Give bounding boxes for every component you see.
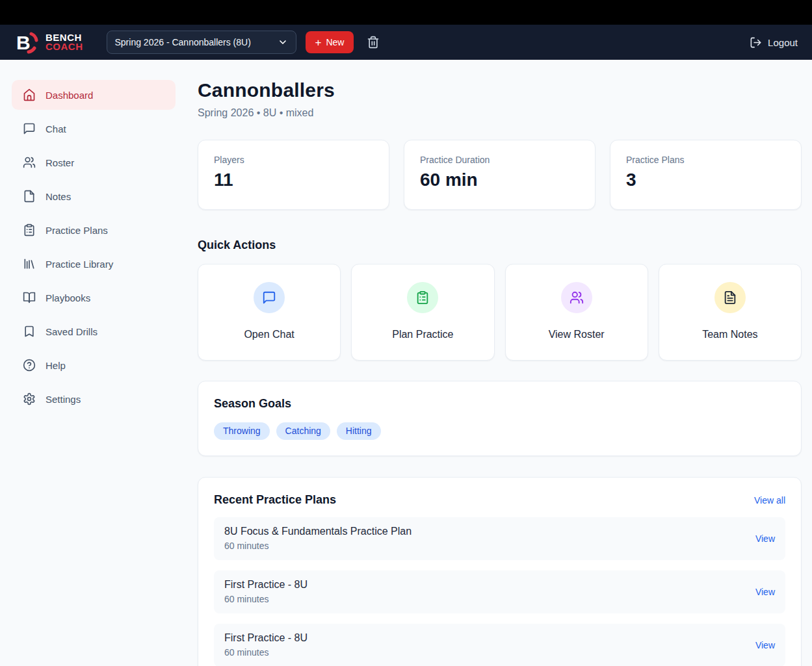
stat-card-players: Players 11 bbox=[198, 140, 389, 210]
quick-action-label: View Roster bbox=[506, 329, 648, 340]
stats-row: Players 11 Practice Duration 60 min Prac… bbox=[198, 140, 802, 210]
help-circle-icon bbox=[23, 359, 36, 372]
sidebar-item-label: Settings bbox=[46, 394, 81, 405]
clipboard-list-icon bbox=[23, 224, 36, 237]
clipboard-list-icon bbox=[407, 282, 438, 313]
quick-action-label: Team Notes bbox=[659, 329, 801, 340]
quick-action-open-chat[interactable]: Open Chat bbox=[198, 264, 341, 361]
page-title: Cannonballers bbox=[198, 79, 802, 101]
page-subtitle: Spring 2026 • 8U • mixed bbox=[198, 107, 802, 119]
sidebar-item-chat[interactable]: Chat bbox=[12, 114, 176, 144]
quick-action-label: Plan Practice bbox=[352, 329, 493, 340]
sidebar-item-practice-library[interactable]: Practice Library bbox=[12, 249, 176, 279]
sidebar-item-settings[interactable]: Settings bbox=[12, 384, 176, 414]
benchcoach-logo-icon: B bbox=[14, 31, 40, 54]
users-icon bbox=[561, 282, 592, 313]
sidebar-item-help[interactable]: Help bbox=[12, 350, 176, 380]
quick-action-label: Open Chat bbox=[198, 329, 340, 340]
plan-title: First Practice - 8U bbox=[224, 632, 308, 644]
stat-card-practice-duration: Practice Duration 60 min bbox=[404, 140, 596, 210]
app-logo: B BENCH COACH bbox=[14, 31, 83, 54]
users-icon bbox=[23, 156, 36, 169]
team-select-value: Spring 2026 - Cannonballers (8U) bbox=[115, 37, 251, 47]
book-open-icon bbox=[23, 291, 36, 304]
stat-value: 60 min bbox=[420, 170, 579, 190]
home-icon bbox=[23, 88, 36, 101]
sidebar-item-label: Chat bbox=[46, 123, 66, 134]
sidebar-item-roster[interactable]: Roster bbox=[12, 147, 176, 177]
library-icon bbox=[23, 257, 36, 270]
chevron-down-icon bbox=[278, 37, 288, 47]
practice-plan-row: First Practice - 8U 60 minutes View bbox=[214, 570, 785, 613]
file-text-icon bbox=[714, 282, 746, 313]
sidebar-item-label: Practice Library bbox=[46, 259, 113, 270]
sidebar-item-label: Notes bbox=[46, 191, 71, 202]
sidebar-item-practice-plans[interactable]: Practice Plans bbox=[12, 215, 176, 245]
view-all-link[interactable]: View all bbox=[754, 495, 785, 506]
sidebar-item-dashboard[interactable]: Dashboard bbox=[12, 80, 176, 110]
team-select-dropdown[interactable]: Spring 2026 - Cannonballers (8U) bbox=[107, 31, 296, 54]
sidebar-item-playbooks[interactable]: Playbooks bbox=[12, 283, 176, 313]
quick-action-view-roster[interactable]: View Roster bbox=[505, 264, 648, 361]
quick-actions-grid: Open Chat Plan Practice View Roster Team… bbox=[198, 264, 802, 361]
logout-icon bbox=[750, 36, 762, 49]
sidebar-item-label: Playbooks bbox=[46, 292, 90, 303]
delete-team-button[interactable] bbox=[364, 33, 382, 51]
plan-title: 8U Focus & Fundamentals Practice Plan bbox=[224, 526, 412, 537]
quick-action-team-notes[interactable]: Team Notes bbox=[659, 264, 802, 361]
new-button-label: New bbox=[326, 37, 344, 47]
gear-icon bbox=[23, 392, 36, 405]
plus-icon: + bbox=[315, 37, 322, 48]
sidebar-item-label: Roster bbox=[46, 157, 74, 168]
file-icon bbox=[23, 190, 36, 203]
view-plan-link[interactable]: View bbox=[755, 533, 775, 544]
practice-plan-row: First Practice - 8U 60 minutes View bbox=[214, 624, 785, 666]
stat-label: Practice Duration bbox=[420, 155, 579, 165]
stat-value: 11 bbox=[214, 170, 373, 190]
main-content: Cannonballers Spring 2026 • 8U • mixed P… bbox=[176, 60, 812, 666]
sidebar-item-label: Help bbox=[46, 360, 66, 371]
message-square-icon bbox=[23, 122, 36, 135]
quick-action-plan-practice[interactable]: Plan Practice bbox=[351, 264, 494, 361]
brand-line2: COACH bbox=[46, 42, 83, 51]
view-plan-link[interactable]: View bbox=[755, 640, 775, 650]
quick-actions-heading: Quick Actions bbox=[198, 238, 802, 252]
bookmark-icon bbox=[23, 325, 36, 338]
sidebar-item-label: Practice Plans bbox=[46, 225, 108, 236]
stat-value: 3 bbox=[626, 170, 785, 190]
season-goals-tags: Throwing Catching Hitting bbox=[214, 422, 785, 440]
view-plan-link[interactable]: View bbox=[755, 587, 775, 597]
recent-practice-plans-card: Recent Practice Plans View all 8U Focus … bbox=[198, 477, 802, 666]
goal-tag: Throwing bbox=[214, 422, 270, 440]
sidebar-item-label: Saved Drills bbox=[46, 326, 98, 337]
sidebar-item-notes[interactable]: Notes bbox=[12, 181, 176, 211]
topbar: B BENCH COACH Spring 2026 - Cannonballer… bbox=[0, 25, 812, 60]
sidebar: Dashboard Chat Roster Notes Practice Pla bbox=[0, 60, 176, 666]
plan-duration: 60 minutes bbox=[224, 541, 412, 551]
sidebar-item-saved-drills[interactable]: Saved Drills bbox=[12, 316, 176, 346]
trash-icon bbox=[367, 36, 380, 49]
svg-text:B: B bbox=[16, 32, 31, 53]
stat-card-practice-plans: Practice Plans 3 bbox=[610, 140, 802, 210]
stat-label: Practice Plans bbox=[626, 155, 785, 165]
new-button[interactable]: + New bbox=[306, 31, 354, 53]
goal-tag: Hitting bbox=[337, 422, 381, 440]
stat-label: Players bbox=[214, 155, 373, 165]
logout-label: Logout bbox=[768, 37, 798, 48]
plan-duration: 60 minutes bbox=[224, 647, 308, 658]
recent-plans-heading: Recent Practice Plans bbox=[214, 493, 336, 507]
plan-title: First Practice - 8U bbox=[224, 579, 308, 591]
goal-tag: Catching bbox=[276, 422, 330, 440]
practice-plan-row: 8U Focus & Fundamentals Practice Plan 60… bbox=[214, 517, 785, 560]
plan-duration: 60 minutes bbox=[224, 594, 308, 604]
sidebar-item-label: Dashboard bbox=[46, 90, 93, 101]
window-top-strip bbox=[0, 0, 812, 25]
message-square-icon bbox=[254, 282, 285, 313]
season-goals-card: Season Goals Throwing Catching Hitting bbox=[198, 381, 802, 456]
season-goals-heading: Season Goals bbox=[214, 397, 785, 411]
logout-button[interactable]: Logout bbox=[750, 36, 798, 49]
